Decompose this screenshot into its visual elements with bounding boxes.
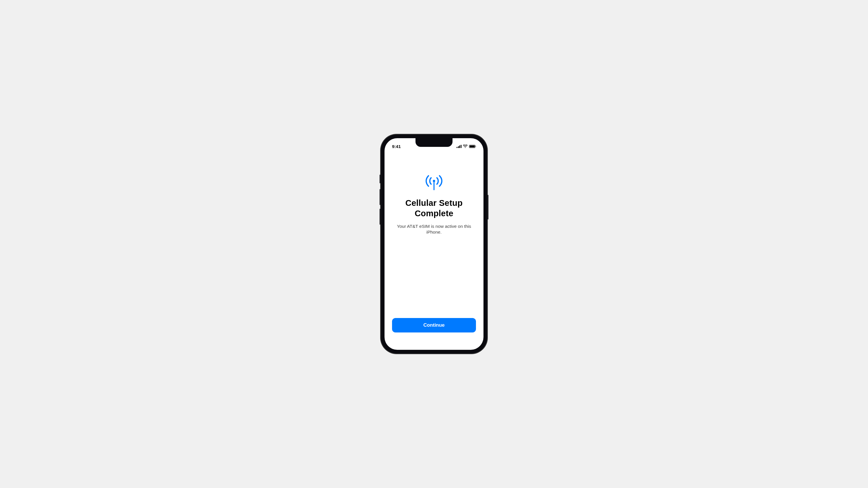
continue-button[interactable]: Continue [392, 318, 476, 332]
cellular-signal-icon [457, 145, 462, 148]
page-title: Cellular Setup Complete [392, 198, 476, 219]
volume-up-button [380, 189, 380, 205]
mute-switch [380, 174, 380, 183]
notch [415, 138, 453, 147]
volume-down-button [380, 209, 380, 225]
power-button [488, 195, 488, 220]
phone-frame: 9:41 [380, 134, 488, 354]
svg-rect-1 [433, 182, 435, 190]
setup-content: Cellular Setup Complete Your AT&T eSIM i… [384, 151, 484, 350]
screen: 9:41 [384, 138, 484, 350]
page-subtitle: Your AT&T eSIM is now active on this iPh… [392, 224, 476, 236]
wifi-icon [463, 144, 468, 148]
cellular-antenna-icon [424, 174, 444, 191]
battery-icon [469, 145, 476, 148]
